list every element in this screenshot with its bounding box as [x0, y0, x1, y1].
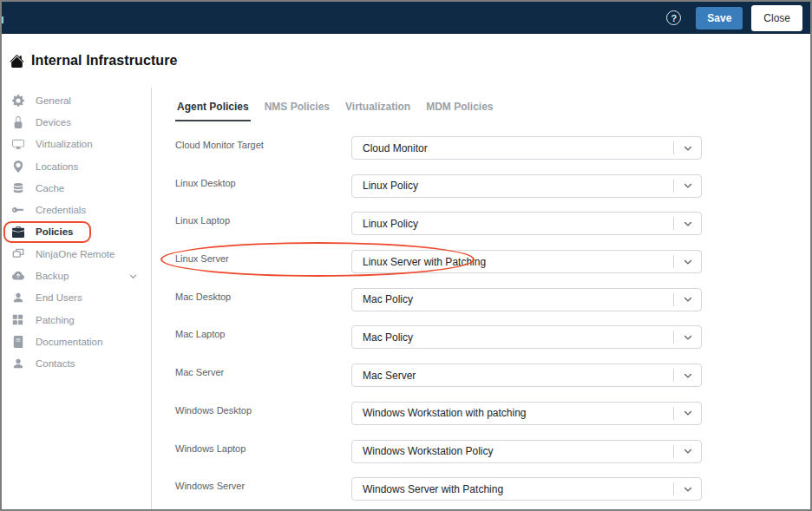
- book-icon: [11, 335, 24, 348]
- policy-select[interactable]: Cloud Monitor: [351, 136, 702, 160]
- policy-select[interactable]: Windows Workstation with patching: [351, 402, 702, 425]
- monitor-icon: [11, 138, 24, 151]
- policy-row-linux-desktop: Linux Desktop Linux Policy: [175, 174, 810, 213]
- content-area: General Devices Virtualization Locations…: [2, 88, 810, 509]
- policy-select[interactable]: Mac Policy: [351, 288, 702, 311]
- policies-panel: Agent Policies NMS Policies Virtualizati…: [152, 88, 810, 509]
- map-pin-icon: [11, 160, 24, 173]
- policy-row-label: Linux Laptop: [175, 212, 351, 226]
- tab-agent-policies[interactable]: Agent Policies: [175, 98, 251, 121]
- policy-row-linux-laptop: Linux Laptop Linux Policy: [175, 212, 810, 250]
- save-button[interactable]: Save: [696, 7, 743, 29]
- sidebar-item-label: Devices: [36, 117, 71, 128]
- tab-nms-policies[interactable]: NMS Policies: [263, 98, 331, 121]
- policy-select-value: Linux Policy: [352, 180, 673, 192]
- chevron-down-icon: [674, 332, 701, 343]
- chevron-down-icon: [674, 219, 701, 229]
- policy-row-mac-laptop: Mac Laptop Mac Policy: [175, 325, 810, 364]
- sidebar-item-label: Backup: [36, 271, 69, 281]
- help-icon[interactable]: ?: [666, 10, 681, 25]
- tab-mdm-policies[interactable]: MDM Policies: [424, 98, 494, 121]
- sidebar-item-policies[interactable]: Policies: [2, 221, 151, 243]
- policy-row-cloud-monitor-target: Cloud Monitor Target Cloud Monitor: [175, 136, 810, 174]
- sidebar-item-label: End Users: [36, 292, 82, 303]
- key-icon: [11, 204, 24, 217]
- sidebar-item-label: Patching: [36, 315, 75, 325]
- sidebar-item-label: Locations: [36, 161, 78, 172]
- policy-select-value: Cloud Monitor: [352, 142, 673, 154]
- chevron-down-icon: [674, 257, 701, 267]
- app-window: ? Save Close Internal Infrastructure Gen…: [0, 0, 812, 511]
- policy-select-value: Windows Workstation with patching: [352, 407, 673, 419]
- chevron-down-icon: [674, 143, 701, 154]
- policy-select[interactable]: Mac Server: [351, 364, 702, 387]
- sidebar-item-virtualization[interactable]: Virtualization: [2, 134, 151, 155]
- sidebar-item-backup[interactable]: Backup: [2, 265, 151, 286]
- page-title: Internal Infrastructure: [31, 53, 178, 69]
- sidebar-item-label: General: [36, 95, 71, 106]
- policy-row-label: Windows Server: [175, 477, 351, 491]
- page-header: Internal Infrastructure: [2, 34, 810, 88]
- policy-row-label: Mac Server: [175, 364, 351, 377]
- settings-sidebar: General Devices Virtualization Locations…: [2, 88, 152, 509]
- policy-form: Cloud Monitor Target Cloud Monitor Linux…: [175, 136, 810, 511]
- person-icon: [11, 357, 24, 370]
- person-icon: [11, 292, 24, 305]
- windows-grid-icon: [11, 313, 24, 326]
- sidebar-item-ninjaone-remote[interactable]: NinjaOne Remote: [2, 243, 151, 265]
- policy-select[interactable]: Linux Policy: [351, 212, 702, 235]
- policy-row-label: Linux Desktop: [175, 174, 351, 188]
- policy-select[interactable]: Mac Policy: [351, 325, 702, 349]
- sidebar-item-label: Cache: [36, 183, 64, 193]
- policy-row-windows-laptop: Windows Laptop Windows Workstation Polic…: [175, 440, 810, 478]
- policy-row-label: Mac Laptop: [175, 325, 351, 339]
- sidebar-item-cache[interactable]: Cache: [2, 177, 151, 199]
- clipped-edge-artifact: [2, 16, 3, 23]
- sidebar-item-credentials[interactable]: Credentials: [2, 199, 151, 220]
- sidebar-item-general[interactable]: General: [2, 89, 151, 111]
- policy-select-value: Mac Policy: [352, 331, 673, 344]
- policy-select[interactable]: Linux Policy: [351, 174, 702, 198]
- sidebar-item-label: Credentials: [36, 205, 86, 215]
- sidebar-item-label: Contacts: [36, 358, 75, 369]
- briefcase-icon: [11, 226, 24, 239]
- sidebar-item-label: Virtualization: [36, 139, 93, 149]
- chevron-down-icon: [674, 408, 701, 418]
- sidebar-item-contacts[interactable]: Contacts: [2, 353, 151, 375]
- gear-icon: [11, 94, 24, 107]
- close-button[interactable]: Close: [751, 5, 802, 31]
- policy-select-value: Windows Server with Patching: [352, 483, 673, 495]
- sidebar-item-locations[interactable]: Locations: [2, 155, 151, 177]
- policy-select-value: Mac Policy: [352, 293, 673, 305]
- policy-select[interactable]: Linux Server with Patching: [351, 250, 702, 273]
- chevron-down-icon: [674, 180, 701, 191]
- top-navy-bar: ? Save Close: [2, 2, 810, 34]
- sidebar-item-label: Documentation: [36, 337, 102, 347]
- policy-row-windows-server: Windows Server Windows Server with Patch…: [175, 477, 810, 511]
- policy-row-label: Mac Desktop: [175, 288, 351, 302]
- policy-row-label: Windows Desktop: [175, 402, 351, 416]
- tab-virtualization[interactable]: Virtualization: [344, 98, 412, 121]
- policy-row-windows-desktop: Windows Desktop Windows Workstation with…: [175, 402, 810, 440]
- policy-row-label: Windows Laptop: [175, 440, 351, 454]
- chevron-down-icon: [674, 446, 701, 456]
- policy-tabs: Agent Policies NMS Policies Virtualizati…: [175, 98, 810, 121]
- policy-select-value: Linux Server with Patching: [352, 256, 673, 268]
- chevron-down-icon: [674, 294, 701, 305]
- policy-select[interactable]: Windows Workstation Policy: [351, 440, 702, 463]
- policy-row-label: Linux Server: [175, 250, 351, 264]
- sidebar-item-patching[interactable]: Patching: [2, 309, 151, 331]
- sidebar-item-devices[interactable]: Devices: [2, 111, 151, 133]
- policy-select-value: Linux Policy: [352, 218, 673, 230]
- remote-screens-icon: [11, 247, 24, 260]
- sidebar-item-label: NinjaOne Remote: [36, 249, 115, 259]
- policy-row-mac-server: Mac Server Mac Server: [175, 364, 810, 402]
- policy-select[interactable]: Windows Server with Patching: [351, 477, 702, 501]
- policy-select-value: Windows Workstation Policy: [352, 445, 673, 457]
- chevron-down-icon: [674, 484, 701, 495]
- chevron-down-icon: [674, 370, 701, 381]
- sidebar-item-documentation[interactable]: Documentation: [2, 331, 151, 352]
- policy-row-linux-server: Linux Server Linux Server with Patching: [175, 250, 810, 288]
- sidebar-item-end-users[interactable]: End Users: [2, 287, 151, 309]
- cloud-backup-icon: [11, 270, 24, 283]
